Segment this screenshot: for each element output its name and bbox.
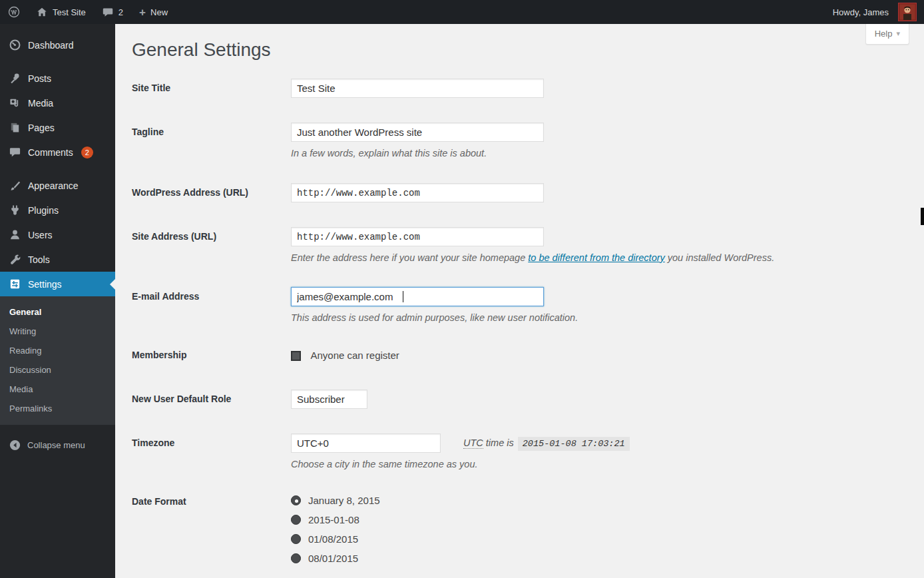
radio-icon[interactable] [291, 534, 301, 544]
settings-submenu: General Writing Reading Discussion Media… [0, 296, 115, 425]
tagline-description: In a few words, explain what this site i… [291, 148, 924, 158]
timezone-select[interactable]: UTC+0 [291, 433, 441, 453]
date-format-label: Date Format [132, 495, 291, 507]
comment-bubble-icon [102, 6, 114, 18]
collapse-menu-button[interactable]: Collapse menu [0, 433, 115, 457]
date-format-option-label: January 8, 2015 [308, 495, 380, 506]
active-menu-notch [110, 279, 115, 290]
caret-down-icon: ▾ [896, 29, 900, 38]
wordpress-logo-icon [8, 6, 20, 18]
sidebar-item-appearance[interactable]: Appearance [0, 173, 115, 198]
sidebar-item-posts[interactable]: Posts [0, 66, 115, 91]
new-content-menu[interactable]: + New [131, 0, 176, 24]
pages-icon [9, 121, 21, 134]
date-format-option-1[interactable]: January 8, 2015 [291, 495, 924, 506]
sidebar-item-label: Comments [28, 147, 73, 158]
comments-shortcut[interactable]: 2 [94, 0, 131, 24]
avatar [899, 3, 916, 21]
date-format-option-2[interactable]: 2015-01-08 [291, 514, 924, 525]
different-directory-link[interactable]: to be different from the directory [528, 252, 665, 263]
sidebar-item-label: Settings [28, 279, 62, 290]
membership-checkbox[interactable] [291, 351, 301, 361]
default-role-select[interactable]: Subscriber [291, 390, 367, 409]
help-label: Help [875, 29, 893, 39]
site-title-input[interactable] [291, 79, 544, 98]
submenu-item-reading[interactable]: Reading [0, 341, 115, 360]
pushpin-icon [9, 72, 21, 85]
default-role-label: New User Default Role [132, 390, 291, 404]
site-menu[interactable]: Test Site [28, 0, 94, 24]
sidebar-item-label: Plugins [28, 205, 59, 216]
submenu-item-permalinks[interactable]: Permalinks [0, 399, 115, 418]
radio-selected-icon[interactable] [291, 495, 301, 505]
radio-icon[interactable] [291, 515, 301, 525]
collapse-menu-label: Collapse menu [27, 440, 85, 450]
sidebar-item-comments[interactable]: Comments 2 [0, 140, 115, 164]
date-format-option-label: 2015-01-08 [308, 514, 359, 525]
site-title-label: Site Title [132, 79, 291, 93]
sidebar-item-label: Posts [28, 73, 51, 84]
sidebar-item-label: Users [28, 230, 53, 240]
radio-icon[interactable] [291, 553, 301, 563]
date-format-option-label: 08/01/2015 [308, 553, 358, 564]
sidebar-item-label: Pages [28, 123, 55, 133]
new-label: New [150, 7, 168, 17]
plug-icon [9, 204, 21, 216]
site-address-desc-suffix: you installed WordPress. [665, 252, 774, 263]
submenu-item-media[interactable]: Media [0, 380, 115, 399]
help-tab[interactable]: Help ▾ [865, 24, 909, 45]
sidebar-item-dashboard[interactable]: Dashboard [0, 33, 115, 57]
user-icon [9, 228, 21, 241]
wordpress-address-label: WordPress Address (URL) [132, 183, 291, 198]
sidebar-item-users[interactable]: Users [0, 222, 115, 247]
sidebar-item-label: Tools [28, 254, 50, 265]
site-name-link: Test Site [53, 7, 86, 17]
utc-time-value: 2015-01-08 17:03:21 [518, 437, 630, 451]
utc-abbr: UTC [463, 437, 483, 449]
admin-sidebar: Dashboard Posts Media Pages Comments 2 [0, 24, 115, 578]
email-address-input[interactable] [291, 287, 544, 306]
email-description: This address is used for admin purposes,… [291, 312, 924, 323]
admin-bar: Test Site 2 + New Howdy, James [0, 0, 924, 24]
collapse-arrow-icon [9, 439, 21, 451]
sidebar-item-label: Media [28, 98, 53, 109]
page-title: General Settings [115, 24, 924, 61]
comments-icon [9, 146, 21, 158]
sidebar-item-tools[interactable]: Tools [0, 247, 115, 272]
sidebar-item-pages[interactable]: Pages [0, 115, 115, 140]
tagline-input[interactable] [291, 123, 544, 142]
site-address-input[interactable] [291, 227, 544, 246]
utc-time-note: UTC time is2015-01-08 17:03:21 [463, 437, 630, 449]
text-caret [403, 291, 403, 302]
timezone-value: UTC+0 [297, 437, 329, 449]
sidebar-item-settings[interactable]: Settings [0, 272, 115, 296]
date-format-option-label: 01/08/2015 [308, 533, 358, 545]
paintbrush-icon [9, 179, 21, 192]
submenu-item-writing[interactable]: Writing [0, 322, 115, 341]
wordpress-logo-menu[interactable] [0, 0, 28, 24]
default-role-value: Subscriber [297, 394, 345, 405]
submenu-item-general[interactable]: General [0, 302, 115, 322]
site-address-desc-prefix: Enter the address here if you want your … [291, 252, 528, 263]
sidebar-item-label: Dashboard [28, 40, 74, 51]
mouse-cursor [921, 208, 924, 225]
dashboard-icon [9, 39, 21, 51]
date-format-option-3[interactable]: 01/08/2015 [291, 533, 924, 545]
home-icon [36, 6, 48, 18]
tagline-label: Tagline [132, 123, 291, 137]
comments-badge: 2 [81, 146, 93, 158]
comments-count: 2 [118, 7, 123, 17]
sidebar-item-plugins[interactable]: Plugins [0, 198, 115, 222]
utc-time-text: time is [483, 437, 514, 448]
wordpress-address-input[interactable] [291, 183, 544, 202]
date-format-option-4[interactable]: 08/01/2015 [291, 553, 924, 564]
membership-checkbox-label: Anyone can register [310, 350, 399, 361]
wrench-icon [9, 253, 21, 266]
media-icon [9, 97, 21, 109]
submenu-item-discussion[interactable]: Discussion [0, 360, 115, 380]
howdy-text: Howdy, James [833, 7, 889, 17]
settings-sliders-icon [9, 278, 21, 290]
membership-label: Membership [132, 350, 291, 360]
account-menu[interactable]: Howdy, James [825, 0, 924, 24]
sidebar-item-media[interactable]: Media [0, 91, 115, 115]
